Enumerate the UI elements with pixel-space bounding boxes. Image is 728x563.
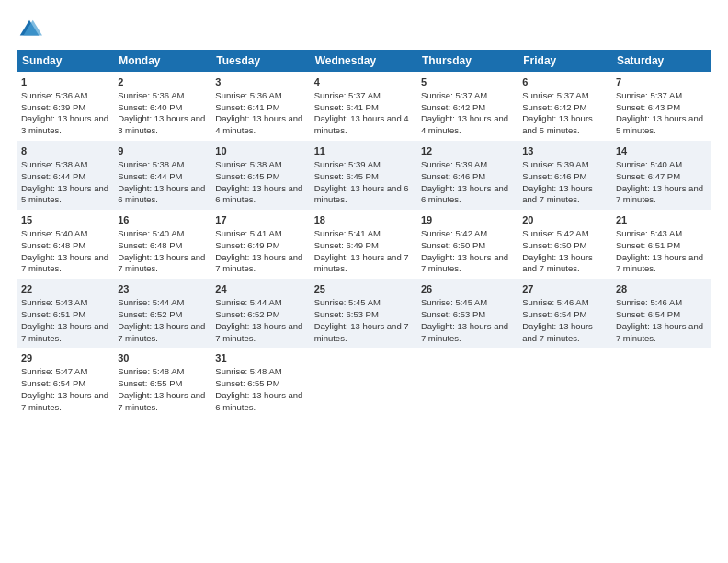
day-number: 22 (21, 282, 108, 296)
header (17, 17, 711, 42)
day-number: 16 (118, 213, 206, 227)
day-number: 29 (21, 351, 108, 365)
calendar-cell: 29Sunrise: 5:47 AMSunset: 6:54 PMDayligh… (17, 348, 113, 417)
day-number: 10 (215, 144, 304, 158)
day-number: 8 (21, 144, 108, 158)
calendar-cell: 28Sunrise: 5:46 AMSunset: 6:54 PMDayligh… (611, 279, 711, 348)
sunset: Sunset: 6:44 PM (21, 171, 85, 181)
day-number: 5 (421, 75, 513, 89)
sunrise: Sunrise: 5:42 AM (522, 228, 588, 238)
sunrise: Sunrise: 5:46 AM (522, 297, 588, 307)
sunset: Sunset: 6:50 PM (522, 240, 586, 250)
sunrise: Sunrise: 5:36 AM (215, 90, 281, 100)
calendar-cell: 30Sunrise: 5:48 AMSunset: 6:55 PMDayligh… (113, 348, 210, 417)
day-number: 27 (522, 282, 607, 296)
calendar-cell: 22Sunrise: 5:43 AMSunset: 6:51 PMDayligh… (17, 279, 113, 348)
sunrise: Sunrise: 5:45 AM (421, 297, 487, 307)
sunrise: Sunrise: 5:40 AM (616, 159, 682, 169)
sunrise: Sunrise: 5:37 AM (522, 90, 588, 100)
daylight: Daylight: 13 hours and 5 minutes. (522, 113, 593, 135)
sunrise: Sunrise: 5:47 AM (21, 366, 87, 376)
sunset: Sunset: 6:54 PM (522, 309, 586, 319)
calendar-week-1: 1Sunrise: 5:36 AMSunset: 6:39 PMDaylight… (17, 72, 711, 141)
daylight: Daylight: 13 hours and 7 minutes. (616, 183, 703, 205)
daylight: Daylight: 13 hours and 6 minutes. (215, 183, 302, 205)
sunset: Sunset: 6:48 PM (21, 240, 85, 250)
daylight: Daylight: 13 hours and 7 minutes. (314, 321, 409, 343)
daylight: Daylight: 13 hours and 7 minutes. (314, 252, 409, 274)
calendar-cell: 17Sunrise: 5:41 AMSunset: 6:49 PMDayligh… (210, 210, 309, 279)
sunset: Sunset: 6:46 PM (522, 171, 586, 181)
day-header-wednesday: Wednesday (310, 50, 416, 72)
calendar-cell: 6Sunrise: 5:37 AMSunset: 6:42 PMDaylight… (518, 72, 611, 141)
day-number: 7 (616, 75, 707, 89)
sunset: Sunset: 6:55 PM (118, 378, 182, 388)
sunrise: Sunrise: 5:40 AM (21, 228, 87, 238)
sunset: Sunset: 6:41 PM (215, 102, 279, 112)
daylight: Daylight: 13 hours and 7 minutes. (421, 252, 508, 274)
sunrise: Sunrise: 5:48 AM (118, 366, 184, 376)
sunrise: Sunrise: 5:36 AM (21, 90, 87, 100)
sunrise: Sunrise: 5:37 AM (421, 90, 487, 100)
daylight: Daylight: 13 hours and 7 minutes. (522, 183, 593, 205)
sunrise: Sunrise: 5:43 AM (616, 228, 682, 238)
calendar-cell: 13Sunrise: 5:39 AMSunset: 6:46 PMDayligh… (518, 141, 611, 210)
calendar-week-3: 15Sunrise: 5:40 AMSunset: 6:48 PMDayligh… (17, 210, 711, 279)
sunset: Sunset: 6:54 PM (21, 378, 85, 388)
daylight: Daylight: 13 hours and 7 minutes. (616, 321, 703, 343)
sunset: Sunset: 6:45 PM (314, 171, 379, 181)
daylight: Daylight: 13 hours and 7 minutes. (118, 390, 205, 412)
sunset: Sunset: 6:54 PM (616, 309, 680, 319)
day-header-tuesday: Tuesday (210, 50, 309, 72)
calendar-cell: 1Sunrise: 5:36 AMSunset: 6:39 PMDaylight… (17, 72, 113, 141)
daylight: Daylight: 13 hours and 4 minutes. (421, 113, 508, 135)
daylight: Daylight: 13 hours and 7 minutes. (118, 321, 205, 343)
day-number: 9 (118, 144, 206, 158)
sunrise: Sunrise: 5:43 AM (21, 297, 87, 307)
calendar-cell: 26Sunrise: 5:45 AMSunset: 6:53 PMDayligh… (416, 279, 518, 348)
sunset: Sunset: 6:50 PM (421, 240, 485, 250)
calendar-cell: 16Sunrise: 5:40 AMSunset: 6:48 PMDayligh… (113, 210, 210, 279)
sunrise: Sunrise: 5:44 AM (118, 297, 184, 307)
sunset: Sunset: 6:44 PM (118, 171, 182, 181)
day-number: 13 (522, 144, 607, 158)
sunrise: Sunrise: 5:45 AM (314, 297, 381, 307)
day-header-thursday: Thursday (416, 50, 518, 72)
calendar-cell (416, 348, 518, 417)
sunrise: Sunrise: 5:38 AM (118, 159, 184, 169)
daylight: Daylight: 13 hours and 7 minutes. (21, 252, 108, 274)
sunset: Sunset: 6:49 PM (215, 240, 279, 250)
day-number: 12 (421, 144, 513, 158)
calendar-cell: 8Sunrise: 5:38 AMSunset: 6:44 PMDaylight… (17, 141, 113, 210)
logo (17, 17, 46, 42)
sunset: Sunset: 6:51 PM (21, 309, 85, 319)
calendar-cell: 2Sunrise: 5:36 AMSunset: 6:40 PMDaylight… (113, 72, 210, 141)
day-number: 11 (314, 144, 412, 158)
day-number: 28 (616, 282, 707, 296)
sunset: Sunset: 6:53 PM (421, 309, 485, 319)
sunrise: Sunrise: 5:48 AM (215, 366, 281, 376)
calendar-cell: 9Sunrise: 5:38 AMSunset: 6:44 PMDaylight… (113, 141, 210, 210)
logo-icon (17, 17, 42, 42)
daylight: Daylight: 13 hours and 6 minutes. (215, 390, 302, 412)
sunset: Sunset: 6:40 PM (118, 102, 182, 112)
sunset: Sunset: 6:39 PM (21, 102, 85, 112)
calendar-cell: 24Sunrise: 5:44 AMSunset: 6:52 PMDayligh… (210, 279, 309, 348)
day-number: 1 (21, 75, 108, 89)
daylight: Daylight: 13 hours and 3 minutes. (21, 113, 108, 135)
daylight: Daylight: 13 hours and 7 minutes. (21, 390, 108, 412)
daylight: Daylight: 13 hours and 6 minutes. (118, 183, 205, 205)
daylight: Daylight: 13 hours and 7 minutes. (522, 252, 593, 274)
sunset: Sunset: 6:52 PM (118, 309, 182, 319)
calendar-cell: 10Sunrise: 5:38 AMSunset: 6:45 PMDayligh… (210, 141, 309, 210)
sunset: Sunset: 6:53 PM (314, 309, 379, 319)
daylight: Daylight: 13 hours and 6 minutes. (314, 183, 409, 205)
calendar-week-4: 22Sunrise: 5:43 AMSunset: 6:51 PMDayligh… (17, 279, 711, 348)
day-number: 19 (421, 213, 513, 227)
day-number: 6 (522, 75, 607, 89)
day-number: 23 (118, 282, 206, 296)
day-number: 14 (616, 144, 707, 158)
daylight: Daylight: 13 hours and 7 minutes. (522, 321, 593, 343)
calendar-week-2: 8Sunrise: 5:38 AMSunset: 6:44 PMDaylight… (17, 141, 711, 210)
sunrise: Sunrise: 5:36 AM (118, 90, 184, 100)
